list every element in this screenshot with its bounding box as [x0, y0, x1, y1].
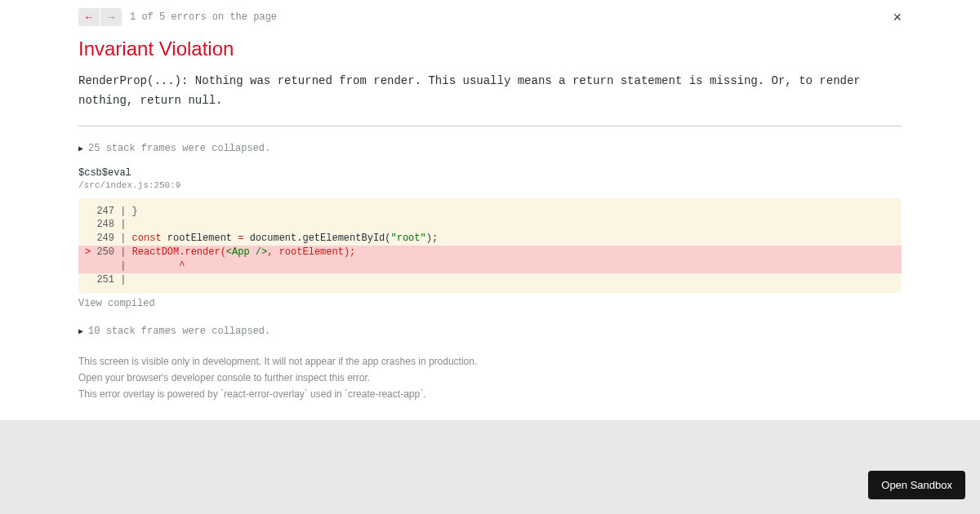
footer-line-3: This error overlay is powered by `react-… [78, 388, 902, 401]
code-text: .render( [179, 246, 226, 258]
code-string: "root" [390, 233, 425, 244]
footer-text: This screen is visible only in developme… [78, 355, 902, 401]
error-message: RenderProp(...): Nothing was returned fr… [78, 72, 902, 111]
code-text: ); [426, 233, 438, 244]
code-line-248: 248 | [85, 219, 132, 230]
code-caret: ^ [179, 260, 185, 272]
code-line-247: 247 | } [85, 206, 138, 217]
next-error-button[interactable]: → [100, 8, 122, 26]
open-sandbox-button[interactable]: Open Sandbox [868, 471, 965, 499]
footer-line-2: Open your browser's developer console to… [78, 371, 902, 385]
nav-section: ← → 1 of 5 errors on the page [78, 8, 277, 26]
code-line-251: 251 | [85, 274, 132, 286]
frame-location[interactable]: /src/index.js:250:9 [78, 180, 902, 190]
stack-collapse-bottom[interactable]: ▶ 10 stack frames were collapsed. [78, 326, 902, 337]
code-block: 247 | } 248 | 249 | const rootElement = … [78, 198, 902, 294]
code-class: ReactDOM [132, 246, 180, 258]
stack-collapse-top[interactable]: ▶ 25 stack frames were collapsed. [78, 143, 902, 154]
expand-icon: ▶ [78, 144, 83, 153]
code-caret-gutter: | [85, 260, 179, 272]
code-jsx: <App /> [226, 246, 267, 258]
error-counter: 1 of 5 errors on the page [130, 11, 277, 23]
frame-name: $csb$eval [78, 167, 902, 179]
code-text: document.getElementById( [243, 233, 390, 244]
stack-collapse-label: 10 stack frames were collapsed. [88, 326, 270, 337]
error-title: Invariant Violation [78, 38, 902, 60]
code-text: , rootElement); [267, 246, 355, 258]
code-text: rootElement [162, 233, 238, 244]
expand-icon: ▶ [78, 326, 83, 336]
code-kw-const: const [132, 233, 162, 244]
prev-error-button[interactable]: ← [78, 8, 100, 26]
code-gutter-249: 249 | [85, 233, 132, 244]
code-gutter-250: 250 | [91, 246, 131, 258]
error-overlay: ← → 1 of 5 errors on the page × Invarian… [0, 0, 980, 420]
close-icon[interactable]: × [893, 10, 902, 24]
stack-collapse-label: 25 stack frames were collapsed. [88, 143, 270, 154]
footer-line-1: This screen is visible only in developme… [78, 355, 902, 369]
view-compiled-link[interactable]: View compiled [78, 298, 902, 309]
divider [78, 126, 902, 126]
